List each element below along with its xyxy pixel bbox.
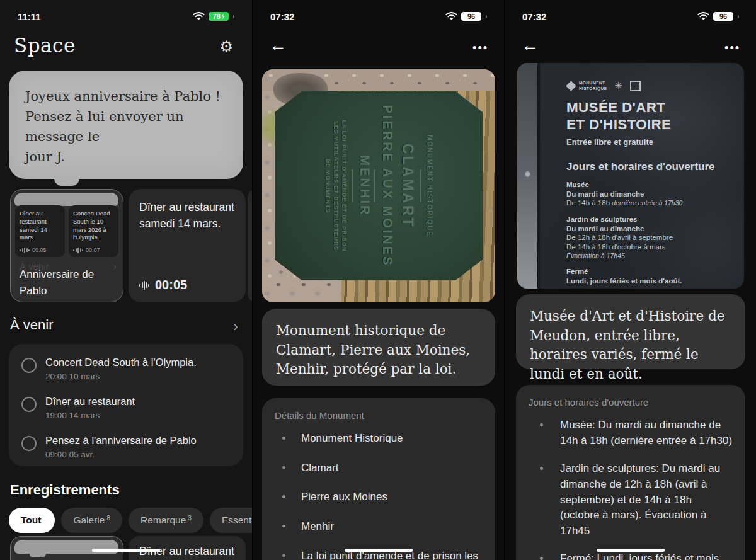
status-bar: 11:11 78 — [0, 9, 252, 24]
back-button[interactable]: ← — [521, 37, 539, 54]
birthday-note-card[interactable]: Joyeux anniversaire à Pablo ! Pensez à l… — [9, 71, 243, 179]
battery-percent: 96 — [467, 13, 475, 20]
battery-indicator: 96 — [713, 12, 733, 21]
plaque-rule — [420, 169, 421, 202]
filter-chip-tout[interactable]: Tout — [9, 508, 55, 533]
sign-line: Du mardi au dimanche — [566, 224, 735, 234]
plaque-line: DE MONUMENTS — [324, 105, 331, 267]
filter-chip-essential-space[interactable]: Essential Space — [210, 508, 252, 533]
battery-nub — [233, 15, 234, 18]
chip-label: Tout — [21, 515, 41, 526]
screw — [525, 171, 530, 177]
chip-count: 8 — [106, 515, 110, 522]
detail-item: Monument Historique — [275, 431, 483, 447]
sign-line: Fermé — [566, 267, 735, 277]
detail-item: Jardin de sculptures: Du mardi au dimanc… — [529, 461, 733, 539]
group-card-title: Anniversaire de Pablo — [20, 266, 94, 300]
space-app-screen: 11:11 78 Space ⚙ Joyeux anniversaire à P… — [0, 0, 252, 560]
museum-sign: MONUMENT HISTORIQUE ✳ MUSÉE D'ART ET D'H… — [566, 81, 735, 289]
todo-checkbox[interactable] — [21, 397, 37, 412]
waveform-icon — [20, 248, 30, 253]
plaque-line: LA LOI PUNIT D'AMENDE ET DE PRISON — [341, 105, 347, 267]
recording-card-title: Dîner au restaurant samedi 14 mars. — [139, 199, 234, 232]
chip-label: Remarque — [140, 515, 186, 526]
filter-chips-row: Tout Galerie8 Remarque3 Essential Space — [9, 508, 252, 533]
settings-gear-icon[interactable]: ⚙ — [219, 38, 233, 55]
sign-line-italic: Évacuation à 17h45 — [566, 252, 735, 260]
todo-title: Dîner au restaurant — [45, 396, 135, 408]
plaque-line: MONUMENT HISTORIQUE — [426, 105, 433, 267]
bottom-group-card[interactable]: Dîner au restaurant Concert Dead South — [10, 536, 123, 560]
more-options-button[interactable]: ••• — [472, 42, 488, 55]
sign-line: De 14h à 18h d'octobre à mars — [566, 243, 735, 252]
details-card: Jours et horaires d'ouverture Musée: Du … — [516, 385, 745, 560]
sign-ferme-block: Fermé Lundi, jours fériés et mois d'août… — [566, 267, 735, 285]
home-indicator[interactable] — [345, 549, 413, 552]
mini-recording-card[interactable]: Concert Dead South le 10 mars 2026 à l'O… — [69, 205, 118, 257]
todo-time: 20:00 10 mars — [45, 372, 197, 381]
chip-label: Galerie — [73, 515, 105, 526]
detail-item: Musée: Du mardi au dimanche de 14h à 18h… — [529, 418, 733, 449]
caption-card[interactable]: Monument historique de Clamart, Pierre a… — [262, 309, 495, 386]
todo-checkbox[interactable] — [21, 436, 37, 451]
sign-line-italic: dernière entrée à 17h30 — [612, 199, 682, 207]
sign-logos-row: MONUMENT HISTORIQUE ✳ — [566, 81, 735, 91]
more-options-button[interactable]: ••• — [724, 42, 740, 55]
filter-chip-galerie[interactable]: Galerie8 — [61, 508, 122, 533]
sign-jardin-block: Jardin de sculptures Du mardi au dimanch… — [566, 215, 735, 260]
recording-card-diner[interactable]: Dîner au restaurant samedi 14 mars. 00:0… — [129, 189, 246, 302]
details-list: Monument Historique Clamart Pierre aux M… — [275, 431, 483, 560]
wifi-icon — [697, 12, 709, 21]
status-time: 11:11 — [18, 11, 41, 22]
waveform-icon — [73, 248, 83, 253]
home-indicator[interactable] — [597, 549, 665, 552]
museum-sign-photo[interactable]: MONUMENT HISTORIQUE ✳ MUSÉE D'ART ET D'H… — [517, 63, 744, 289]
caption-card[interactable]: Musée d'Art et d'Histoire de Meudon, ent… — [516, 294, 745, 369]
plaque-rule — [352, 169, 353, 202]
upcoming-item[interactable]: Concert Dead South à l'Olympia. 20:00 10… — [21, 357, 233, 381]
partial-next-card[interactable] — [248, 189, 252, 302]
home-indicator[interactable] — [92, 549, 160, 552]
sign-musee-block: Musée Du mardi au dimanche De 14h à 18h … — [566, 180, 735, 208]
upcoming-section-title: À venir — [10, 317, 53, 333]
caption-text: Monument historique de Clamart, Pierre a… — [262, 309, 495, 379]
upcoming-list-card: Concert Dead South à l'Olympia. 20:00 10… — [9, 344, 243, 466]
upcoming-chevron-icon[interactable]: › — [233, 319, 238, 334]
status-time: 07:32 — [522, 11, 546, 22]
status-time: 07:32 — [270, 11, 294, 22]
upcoming-item[interactable]: Pensez à l'anniversaire de Pablo 09:00 0… — [21, 435, 233, 459]
bottom-recording-card[interactable]: Dîner au restaurant — [129, 536, 246, 560]
battery-percent: 96 — [719, 13, 727, 20]
monument-photo[interactable]: MONUMENT HISTORIQUE CLAMART PIERRE AUX M… — [262, 69, 495, 302]
sign-line: De 14h à 18h — [566, 199, 612, 207]
note-preview-thumbnail — [14, 193, 118, 206]
battery-nub — [738, 15, 739, 18]
note-preview-tail — [30, 554, 46, 557]
plaque-rule — [374, 169, 375, 202]
charging-bolt-icon — [222, 14, 225, 20]
recording-duration: 00:05 — [155, 278, 187, 292]
sign-line: Lundi, jours fériés et mois d'août. — [566, 277, 735, 286]
recordings-section-title: Enregistrements — [10, 482, 120, 498]
cast-iron-plaque: MONUMENT HISTORIQUE CLAMART PIERRE AUX M… — [275, 91, 483, 280]
plaque-line: MENHIR — [357, 105, 372, 267]
ghost-chevron-icon: › — [113, 261, 117, 271]
group-card-anniversaire[interactable]: Dîner au restaurant samedi 14 mars. 00:0… — [10, 189, 123, 302]
mini-recording-card[interactable]: Dîner au restaurant samedi 14 mars. 00:0… — [15, 205, 65, 257]
chip-count: 3 — [188, 515, 192, 522]
sign-subtitle: Entrée libre et gratuite — [566, 137, 735, 147]
battery-indicator: 96 — [461, 12, 481, 21]
caption-text: Musée d'Art et d'Histoire de Meudon, ent… — [516, 294, 745, 384]
sign-line: Jardin de sculptures — [566, 215, 735, 224]
todo-time: 19:00 14 mars — [45, 411, 135, 420]
chip-label: Essential Space — [222, 515, 252, 526]
monument-historique-logo-text: MONUMENT HISTORIQUE — [579, 81, 607, 91]
todo-checkbox[interactable] — [21, 358, 37, 373]
museum-detail-screen: 07:32 96 ← ••• MONUMENT HISTORIQUE ✳ — [504, 0, 756, 560]
battery-indicator-charging: 78 — [209, 12, 229, 21]
detail-item: Clamart — [275, 460, 483, 476]
sign-line: Musée — [566, 180, 735, 190]
filter-chip-remarque[interactable]: Remarque3 — [129, 508, 203, 533]
upcoming-item[interactable]: Dîner au restaurant 19:00 14 mars — [21, 396, 233, 420]
back-button[interactable]: ← — [269, 37, 287, 54]
